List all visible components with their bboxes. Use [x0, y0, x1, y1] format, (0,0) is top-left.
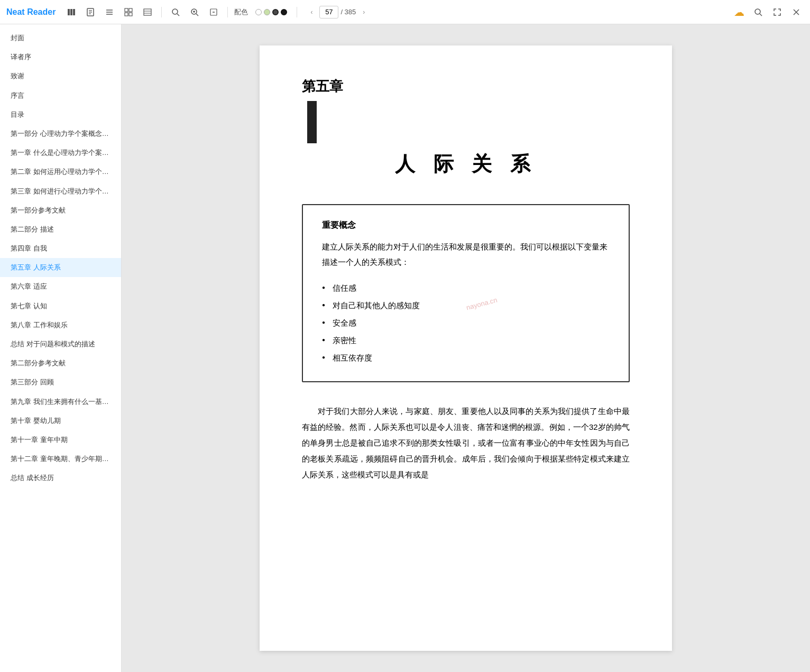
main-layout: 封面 译者序 致谢 序言 目录 第一部分 心理动力学个案概念化概述 第一章 什么…	[0, 24, 810, 672]
minimize-icon[interactable]	[789, 5, 804, 20]
concept-box-title: 重要概念	[322, 220, 610, 231]
sidebar-item-translator-preface[interactable]: 译者序	[0, 48, 121, 67]
concept-list-item: 信任感	[322, 279, 610, 297]
color-label: 配色	[234, 7, 248, 17]
concept-list-item: 相互依存度	[322, 349, 610, 366]
sidebar-item-preface[interactable]: 序言	[0, 86, 121, 105]
cloud-icon[interactable]: ☁	[732, 5, 747, 20]
sidebar-item-part1-refs[interactable]: 第一部分参考文献	[0, 201, 121, 220]
svg-line-26	[760, 14, 762, 16]
concept-list-item: 安全感	[322, 314, 610, 332]
sidebar-item-summary-growth[interactable]: 总结 成长经历	[0, 468, 121, 487]
svg-rect-10	[125, 8, 128, 12]
fit-icon[interactable]	[206, 5, 221, 20]
sidebar-item-toc[interactable]: 目录	[0, 105, 121, 124]
sidebar-item-cover[interactable]: 封面	[0, 29, 121, 48]
chapter-decoration	[307, 101, 317, 143]
sidebar-item-chapter3[interactable]: 第三章 如何进行心理动力学个案概念...	[0, 182, 121, 201]
menu-icon[interactable]	[102, 5, 117, 20]
next-page-button[interactable]: ›	[358, 6, 370, 18]
svg-rect-12	[125, 13, 128, 16]
toolbar-right: ☁	[732, 5, 804, 20]
sidebar-item-chapter9[interactable]: 第九章 我们生来拥有什么一基因和产...	[0, 392, 121, 411]
toolbar: Neat Reader 配色 ‹ / 385 › ☁	[0, 0, 810, 24]
concept-box-intro: 建立人际关系的能力对于人们的生活和发展是很重要的。我们可以根据以下变量来描述一个…	[322, 240, 610, 270]
concept-list-item: 对自己和其他人的感知度	[322, 297, 610, 314]
concept-box: 重要概念 建立人际关系的能力对于人们的生活和发展是很重要的。我们可以根据以下变量…	[302, 204, 630, 382]
sidebar-item-chapter1[interactable]: 第一章 什么是心理动力学个案概念化	[0, 143, 121, 162]
color-white[interactable]	[255, 9, 262, 15]
svg-rect-11	[129, 8, 132, 12]
color-dark[interactable]	[272, 9, 279, 15]
page-number-input[interactable]	[319, 6, 338, 19]
svg-rect-13	[129, 13, 132, 16]
file-icon[interactable]	[83, 5, 98, 20]
sidebar: 封面 译者序 致谢 序言 目录 第一部分 心理动力学个案概念化概述 第一章 什么…	[0, 24, 122, 672]
content-area[interactable]: 第五章 人 际 关 系 重要概念 建立人际关系的能力对于人们的生活和发展是很重要…	[122, 24, 810, 672]
prev-page-button[interactable]: ‹	[306, 6, 317, 18]
search-icon[interactable]	[168, 5, 183, 20]
svg-line-22	[196, 14, 198, 16]
svg-rect-1	[70, 9, 72, 15]
sidebar-item-chapter2[interactable]: 第二章 如何运用心理动力学个案概念...	[0, 162, 121, 181]
concept-list: 信任感 对自己和其他人的感知度 安全感 亲密性 相互依存度	[322, 279, 610, 366]
sidebar-item-chapter4[interactable]: 第四章 自我	[0, 239, 121, 258]
library-icon[interactable]	[64, 5, 79, 20]
sidebar-item-acknowledgement[interactable]: 致谢	[0, 67, 121, 86]
grid-icon[interactable]	[121, 5, 136, 20]
fullscreen-icon[interactable]	[770, 5, 785, 20]
page-total: / 385	[340, 8, 356, 16]
sidebar-item-chapter6[interactable]: 第六章 适应	[0, 277, 121, 296]
divider2	[227, 7, 228, 17]
sidebar-item-chapter7[interactable]: 第七章 认知	[0, 297, 121, 316]
sidebar-item-chapter10[interactable]: 第十章 婴幼儿期	[0, 411, 121, 430]
sidebar-item-part2-describe[interactable]: 第二部分 描述	[0, 220, 121, 239]
color-dots	[255, 9, 287, 15]
svg-line-18	[177, 14, 179, 16]
search-right-icon[interactable]	[751, 5, 766, 20]
svg-rect-0	[68, 9, 70, 15]
divider3	[297, 7, 297, 17]
sidebar-item-part3-review[interactable]: 第三部分 回顾	[0, 373, 121, 392]
sidebar-item-part2-refs[interactable]: 第二部分参考文献	[0, 354, 121, 373]
svg-rect-2	[73, 9, 75, 15]
svg-point-25	[755, 9, 760, 14]
zoom-icon[interactable]	[187, 5, 202, 20]
sidebar-item-chapter12[interactable]: 第十二章 童年晚期、青少年期和成年期	[0, 449, 121, 468]
book-page: 第五章 人 际 关 系 重要概念 建立人际关系的能力对于人们的生活和发展是很重要…	[260, 45, 672, 651]
svg-point-17	[172, 9, 178, 14]
color-black[interactable]	[281, 9, 287, 15]
body-paragraph: 对于我们大部分人来说，与家庭、朋友、重要他人以及同事的关系为我们提供了生命中最有…	[302, 403, 630, 483]
chapter-title: 第五章	[302, 77, 630, 96]
concept-list-item: 亲密性	[322, 332, 610, 349]
svg-rect-14	[144, 9, 151, 15]
page-navigation: ‹ / 385 ›	[306, 6, 370, 19]
section-title: 人 际 关 系	[302, 151, 630, 178]
sidebar-item-chapter11[interactable]: 第十一章 童年中期	[0, 430, 121, 449]
sidebar-item-summary-problems[interactable]: 总结 对于问题和模式的描述	[0, 335, 121, 354]
divider1	[161, 7, 162, 17]
color-light-green[interactable]	[264, 9, 270, 15]
sidebar-item-chapter8[interactable]: 第八章 工作和娱乐	[0, 316, 121, 335]
list-icon[interactable]	[140, 5, 155, 20]
app-title: Neat Reader	[6, 7, 56, 17]
sidebar-item-part1-overview[interactable]: 第一部分 心理动力学个案概念化概述	[0, 124, 121, 143]
sidebar-item-chapter5[interactable]: 第五章 人际关系	[0, 258, 121, 277]
